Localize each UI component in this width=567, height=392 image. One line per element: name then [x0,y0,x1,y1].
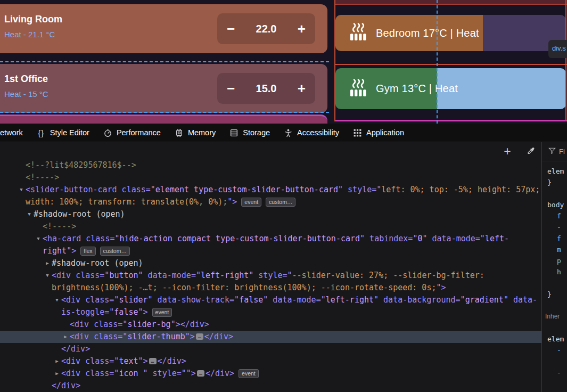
expand-icon[interactable]: ▶ [53,368,61,380]
rule-fragment[interactable]: Inher [542,311,567,322]
add-rule-button[interactable]: + [500,144,514,158]
decrease-temp-button[interactable]: − [227,22,235,36]
markup-line[interactable]: <!----> [0,172,541,184]
markup-line-selected[interactable]: ▶<div class="slider-thumb">…</div> [0,331,541,343]
rule-fragment[interactable]: - [542,367,567,378]
tab-application[interactable]: Application [353,128,404,137]
markup-line[interactable]: is-toggle="false">event [0,306,541,318]
markup-line[interactable]: ▼<ha-card class="hide-action compact typ… [0,233,541,245]
tab-style-editor[interactable]: {}Style Editor [37,128,89,137]
code-token: false [114,307,138,317]
tab-label: Performance [117,128,161,137]
decrease-temp-button[interactable]: − [227,81,235,95]
rule-fragment[interactable]: } [542,177,567,188]
rule-fragment[interactable]: h [542,266,567,277]
code-token: </div> [158,356,186,366]
collapse-icon[interactable]: ▼ [26,208,33,220]
rule-fragment[interactable]: - [542,345,567,356]
code-token: " [360,234,365,243]
climate-card-bedroom[interactable]: Bedroom 17°C | Heat [335,15,566,51]
rule-fragment[interactable]: - [542,222,567,233]
tab-label: Application [366,128,404,137]
dashboard-right-column: Bedroom 17°C | Heat [334,0,567,124]
collapse-icon[interactable]: ▼ [44,270,51,282]
code-token: #shadow-root (open) [52,258,143,268]
card-edge-partial [334,0,567,5]
badge-event[interactable]: event [241,198,261,207]
filter-placeholder: Fi [559,148,565,156]
badge-event[interactable]: event [239,369,259,378]
filter-styles-input[interactable]: Fi [542,142,567,161]
rule-fragment[interactable]: f [542,233,567,244]
markup-line[interactable]: ▶<div class="text">…</div> [0,355,541,368]
tab-memory[interactable]: Memory [175,128,216,137]
code-token: width: 100%; transform: translate(0%, 0%… [26,197,227,207]
badge-custom[interactable]: custom… [266,198,295,207]
code-token: data-show-track [153,295,230,305]
markup-line[interactable]: ▶<div class="icon " style="">…</div>even… [0,368,541,380]
card-title: 1st Office [4,74,48,85]
code-token: <div [61,356,80,366]
markup-line[interactable]: <!--?lit$4829567816$--> [0,159,541,172]
expand-icon[interactable]: ▶ [53,355,61,368]
markup-line[interactable]: ▼<slider-button-card class="element type… [0,184,541,196]
markup-line[interactable]: </div> [0,380,541,392]
rule-fragment[interactable]: f [542,210,567,222]
rule-fragment[interactable]: body [542,199,567,210]
collapse-icon[interactable]: ▼ [18,184,25,196]
rule-fragment[interactable]: p [542,255,567,266]
inline-expand-icon[interactable]: … [196,333,203,340]
climate-card-1st-office[interactable]: 1st Office Heat - 15 °C − 15.0 + [0,64,327,113]
code-token: =" [146,185,155,194]
rule-fragment[interactable]: } [542,289,567,300]
markup-line[interactable]: right">flexcustom… [0,245,541,257]
rule-fragment[interactable]: elem [542,166,567,177]
code-token: <div [52,271,71,280]
temperature-control: − 22.0 + [217,13,315,44]
badge-custom[interactable]: custom… [100,247,130,256]
tab-etwork[interactable]: etwork [0,128,23,137]
increase-temp-button[interactable]: + [298,22,306,36]
markup-line[interactable]: ▼<div class="slider" data-show-track="fa… [0,294,541,306]
markup-line[interactable]: <div class="slider-bg"></div> [0,318,541,331]
code-token: #shadow-root (open) [34,209,125,219]
rule-fragment[interactable]: elem [542,333,567,345]
code-token: "> [436,283,446,292]
eyedropper-icon[interactable] [524,144,538,158]
code-token: brightness(100%); -…t; --icon-filter: br… [52,283,436,292]
code-token: =" [109,369,119,378]
code-token: class [89,332,118,341]
markup-line[interactable]: ▶#shadow-root (open) [0,257,541,270]
markup-line[interactable]: width: 100%; transform: translate(0%, 0%… [0,196,541,208]
code-token: =" [456,295,465,305]
expand-icon[interactable]: ▶ [62,331,69,343]
tab-label: Memory [188,128,216,137]
tab-label: etwork [0,128,23,137]
inline-expand-icon[interactable]: … [149,358,157,364]
code-token: data- [508,295,537,305]
collapse-icon[interactable]: ▼ [35,233,42,245]
code-token: gradient [465,295,504,305]
code-token: ="" [177,369,191,378]
code-token: "> [138,356,148,366]
tab-accessibility[interactable]: Accessibility [284,128,339,137]
code-token: <div [70,320,89,329]
badge-flex[interactable]: flex [80,247,95,256]
code-token: slider-bg [127,320,170,329]
tab-storage[interactable]: Storage [229,128,270,137]
increase-temp-button[interactable]: + [298,81,306,95]
rule-fragment[interactable]: m [542,244,567,255]
markup-line[interactable]: ▼<div class="button" data-mode="left-rig… [0,270,541,282]
rules-panel: Fi elem}bodyf-fmph}Inherelem-- [542,142,567,392]
badge-event[interactable]: event [152,308,172,317]
markup-line[interactable]: brightness(100%); -…t; --icon-filter: br… [0,282,541,294]
markup-line[interactable]: <!----> [0,220,541,233]
climate-card-gym[interactable]: Gym 13°C | Heat [335,68,566,109]
markup-line[interactable]: ▼#shadow-root (open) [0,208,541,220]
markup-line[interactable]: </div> [0,343,541,355]
inline-expand-icon[interactable]: … [197,370,204,377]
expand-icon[interactable]: ▶ [44,257,51,270]
climate-card-living-room[interactable]: Living Room Heat - 21.1 °C − 22.0 + [0,4,327,53]
tab-performance[interactable]: Performance [103,128,161,137]
collapse-icon[interactable]: ▼ [53,294,61,306]
